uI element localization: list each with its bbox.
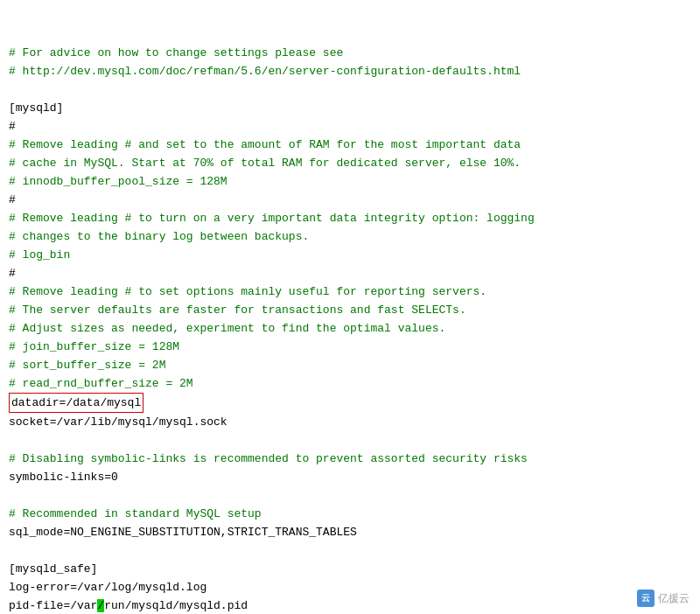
code-line: symbolic-links=0 [9, 468, 691, 486]
code-line: socket=/var/lib/mysql/mysql.sock [9, 413, 691, 431]
code-line: # [9, 191, 691, 209]
code-line: # read_rnd_buffer_size = 2M [9, 374, 691, 393]
code-line: # cache in MySQL. Start at 70% of total … [9, 154, 691, 172]
code-line: # [9, 264, 691, 283]
code-line: # join_buffer_size = 128M [9, 338, 691, 356]
code-line: pid-file=/var/run/mysqld/mysqld.pid [9, 597, 691, 614]
code-line [9, 486, 691, 505]
code-line: # changes to the binary log between back… [9, 227, 691, 246]
code-content[interactable]: # For advice on how to change settings p… [0, 0, 700, 614]
code-line: # Remove leading # to set options mainly… [9, 283, 691, 301]
watermark-icon: 云 [637, 590, 654, 607]
code-line [9, 431, 691, 450]
highlighted-line-content: datadir=/data/mysql [9, 393, 144, 413]
code-line: [mysqld_safe] [9, 560, 691, 578]
code-line: sql_mode=NO_ENGINE_SUBSTITUTION,STRICT_T… [9, 523, 691, 541]
code-line: # sort_buffer_size = 2M [9, 356, 691, 374]
watermark-text: 亿援云 [658, 591, 690, 606]
code-line: # [9, 117, 691, 136]
editor-window: # For advice on how to change settings p… [0, 0, 700, 614]
code-line [9, 541, 691, 560]
code-line: # Disabling symbolic-links is recommende… [9, 450, 691, 468]
code-line [9, 80, 691, 99]
code-line: # innodb_buffer_pool_size = 128M [9, 172, 691, 191]
code-line: # log_bin [9, 246, 691, 264]
code-line: # Recommended in standard MySQL setup [9, 505, 691, 523]
code-line: # Adjust sizes as needed, experiment to … [9, 319, 691, 338]
code-line: datadir=/data/mysql [9, 393, 691, 413]
code-line: # The server defaults are faster for tra… [9, 301, 691, 319]
code-line: [mysqld] [9, 99, 691, 117]
code-line: # Remove leading # to turn on a very imp… [9, 209, 691, 227]
code-line: log-error=/var/log/mysqld.log [9, 578, 691, 597]
watermark: 云 亿援云 [637, 590, 690, 607]
code-line: # For advice on how to change settings p… [9, 44, 691, 62]
code-line: # http://dev.mysql.com/doc/refman/5.6/en… [9, 62, 691, 80]
code-line: # Remove leading # and set to the amount… [9, 136, 691, 154]
